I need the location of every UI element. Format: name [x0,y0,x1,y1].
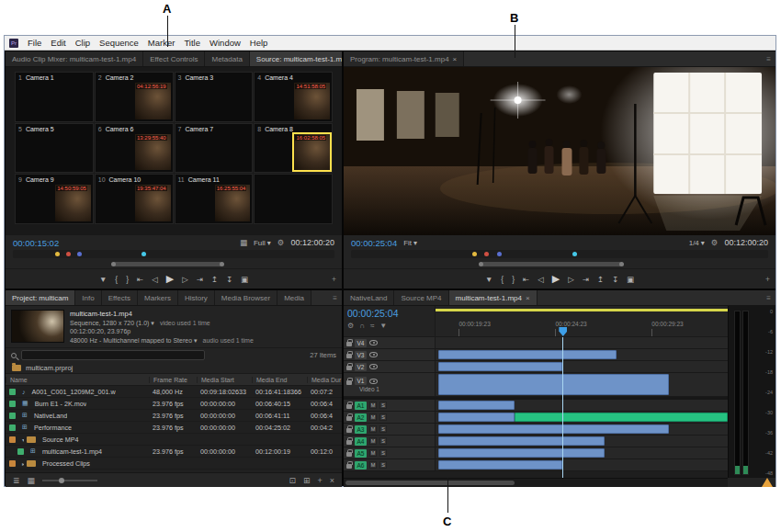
tab-effects[interactable]: Effects [102,290,138,305]
clear-icon[interactable]: × [330,476,334,485]
playback-resolution-select[interactable]: 1/4▾ [689,239,705,247]
extract-button[interactable]: ↧ [612,275,618,284]
settings-gear-icon[interactable]: ⚙ [711,238,719,247]
track-badge[interactable]: V1 [355,377,367,385]
tab-source-multicam-test-1-mp4[interactable]: Source: multicam-test-1.mp4× [250,51,342,66]
go-to-out-button[interactable]: ⇥ [583,275,589,284]
solo-button[interactable]: S [379,402,387,409]
timeline-horizontal-scrollbar[interactable] [344,478,728,487]
camera-cell-1[interactable]: 1Camera 1 [15,72,94,122]
track-lane[interactable] [436,337,728,348]
label-chip[interactable] [9,401,16,407]
icon-view-icon[interactable]: ▦ [28,476,36,485]
step-forward-button[interactable]: ▷ [182,275,188,284]
tab-media[interactable]: Media [277,290,311,305]
solo-button[interactable]: S [379,449,387,457]
clip[interactable] [438,401,515,410]
button-editor-button[interactable]: + [332,275,336,284]
label-chip[interactable] [9,424,16,431]
clip[interactable] [438,350,617,359]
mute-button[interactable]: M [369,449,377,457]
solo-button[interactable]: S [379,425,387,433]
clip[interactable] [438,413,515,422]
track-lane[interactable] [436,459,728,470]
button-editor-button[interactable]: + [765,275,770,284]
menu-help[interactable]: Help [245,38,273,48]
play-button[interactable]: ▶ [166,273,174,285]
label-chip[interactable] [9,460,16,467]
step-back-button[interactable]: ◁ [538,275,544,284]
track-lane[interactable] [436,361,728,372]
marker-dot[interactable] [572,252,577,256]
menu-title[interactable]: Title [179,38,205,48]
play-button[interactable]: ▶ [552,273,560,285]
settings-gear-icon[interactable]: ⚙ [277,238,285,247]
marker-dot[interactable] [55,252,60,256]
lock-icon[interactable] [346,354,352,358]
timeline-settings-icon[interactable]: ⚙ [347,322,354,330]
camera-cell-5[interactable]: 5Camera 5 [15,123,94,174]
lock-icon[interactable] [346,464,352,469]
camera-cell-2[interactable]: 2Camera 204:12:56:19 [95,72,174,122]
go-to-in-button[interactable]: ⇤ [523,275,529,284]
track-lane[interactable] [436,424,728,435]
tab-effect-controls[interactable]: Effect Controls [143,51,205,66]
lift-button[interactable]: ↥ [597,275,604,284]
track-lane[interactable] [436,400,728,411]
clip[interactable] [438,424,669,434]
thumbnail-zoom-slider[interactable] [42,480,97,481]
menu-window[interactable]: Window [205,38,245,48]
lock-icon[interactable] [346,428,352,433]
tab-multicam-test-1-mp4[interactable]: multicam-test-1.mp4× [449,290,538,305]
column-media-start[interactable]: Media Start [197,377,252,383]
clip[interactable] [438,362,562,371]
program-current-timecode[interactable]: 00:00:25:04 [351,238,397,248]
add-marker-icon[interactable]: ▼ [379,322,387,330]
camera-cell-10[interactable]: 10Camera 1019:35:47:04 [95,174,174,224]
label-chip[interactable] [9,413,16,419]
tab-media-browser[interactable]: Media Browser [215,290,277,305]
solo-button[interactable]: S [379,413,387,421]
marker-dot[interactable] [472,252,477,256]
project-bin-breadcrumb[interactable]: multicam.prproj [6,362,342,374]
track-badge[interactable]: A6 [355,461,367,470]
step-forward-button[interactable]: ▷ [568,275,574,284]
camera-cell-4[interactable]: 4Camera 414:51:58:05 [254,72,333,122]
camera-cell-6[interactable]: 6Camera 613:29:55:40 [95,123,174,174]
track-badge[interactable]: A3 [355,425,367,434]
track-lane[interactable] [436,412,728,423]
snap-icon[interactable]: ∩ [359,322,365,330]
list-view-icon[interactable]: ≣ [13,476,20,485]
program-zoom-scrollbar[interactable] [351,260,768,268]
clip[interactable] [438,460,562,470]
playhead-caret[interactable] [559,327,567,336]
table-row-a001-c001-1209m2-001-w[interactable]: ♪A001_C001_1209M2_001.w48,000 Hz00:09:18… [6,386,342,398]
solo-button[interactable]: S [379,437,387,445]
track-badge[interactable]: A4 [355,437,367,446]
toggle-track-output-icon[interactable] [369,340,378,345]
lock-icon[interactable] [346,416,352,421]
tab-info[interactable]: Info [75,290,101,305]
marker-dot[interactable] [484,252,489,256]
table-row-processed-clips[interactable]: ▸Processed Clips [6,458,342,470]
tab-metadata[interactable]: Metadata [205,51,249,66]
clip[interactable] [438,374,669,395]
track-lane[interactable] [436,349,728,360]
export-frame-button[interactable]: ▣ [627,275,634,284]
menu-file[interactable]: File [23,38,46,48]
table-row-multicam-test-1-mp4[interactable]: ⊞multicam-test-1.mp423.976 fps00:00:00:0… [6,446,342,458]
source-mini-timeline[interactable] [13,250,334,258]
scrollbar-thumb[interactable] [345,481,515,485]
tab-nativeland[interactable]: NativeLand [344,290,394,305]
camera-cell-3[interactable]: 3Camera 3 [175,72,254,122]
mark-in-button[interactable]: { [115,275,118,284]
disclosure-closed-icon[interactable]: ▸ [18,460,24,467]
table-row-burn-e1-2k-mov[interactable]: ▦Burn E1 - 2K.mov23.976 fps00:00:00:0000… [6,398,342,410]
source-zoom-scrollbar[interactable] [13,260,334,268]
automate-sequence-icon[interactable]: ⊡ [289,476,296,485]
selected-audio-clip[interactable] [515,413,728,422]
timeline-current-timecode[interactable]: 00:00:25:04 [347,308,431,319]
panel-menu-icon[interactable]: ≡ [762,290,775,305]
camera-cell-9[interactable]: 9Camera 914:50:59:05 [15,174,94,224]
lock-icon[interactable] [346,366,352,370]
